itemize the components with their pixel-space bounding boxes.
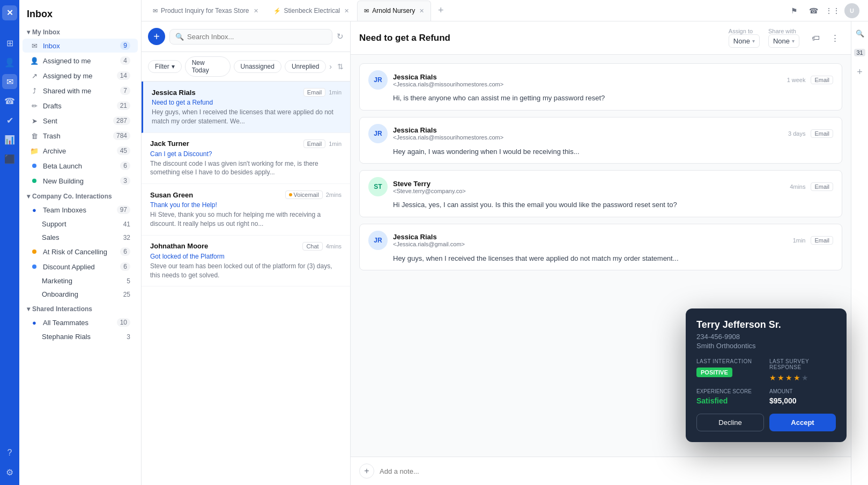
home-nav-icon[interactable]: ⊞: [2, 35, 17, 50]
voicemail-dot-icon: [289, 193, 292, 196]
filter-chevron-icon: ▾: [172, 63, 175, 70]
search-input[interactable]: [187, 33, 327, 41]
add-right-icon[interactable]: +: [852, 64, 867, 79]
help-nav-icon[interactable]: ?: [2, 445, 17, 460]
badge-count: 31: [854, 49, 865, 56]
tab-close-product[interactable]: ✕: [254, 8, 258, 14]
sidebar-item-support[interactable]: Support 41: [23, 218, 138, 230]
accept-button[interactable]: Accept: [769, 414, 836, 431]
filter-button[interactable]: Filter ▾: [148, 60, 182, 73]
more-options-icon[interactable]: ⋮: [827, 31, 842, 46]
message-channel-badge: Email: [811, 236, 833, 245]
conversation-item[interactable]: Jack Turner Email 1min Can I get a Disco…: [142, 133, 350, 185]
at-risk-count: 6: [120, 247, 130, 256]
add-attachment-button[interactable]: +: [359, 464, 374, 479]
conversation-header-icons: 🏷 ⋮: [808, 31, 842, 46]
tab-product-inquiry[interactable]: ✉ Product Inquiry for Texas Store ✕: [146, 1, 265, 21]
sidebar-item-at-risk[interactable]: At Risk of Cancelling 6: [23, 245, 138, 259]
phone-top-icon[interactable]: ☎: [806, 3, 821, 18]
message-channel-badge: Email: [811, 182, 833, 191]
flag-icon[interactable]: ⚑: [787, 3, 802, 18]
message-channel-badge: Email: [811, 76, 833, 84]
shared-interactions-section[interactable]: ▾ Shared Interactions: [19, 301, 141, 315]
tab-close-arnold[interactable]: ✕: [419, 8, 424, 14]
inbox-label: Inbox: [43, 42, 116, 50]
logo-icon[interactable]: ✕: [2, 5, 17, 20]
assign-to-dropdown[interactable]: None ▾: [729, 34, 760, 48]
my-inbox-section[interactable]: ▾ My Inbox: [19, 24, 141, 38]
sidebar-item-sales[interactable]: Sales 32: [23, 231, 138, 244]
conv-preview: Hey guys, when I received the licenses t…: [152, 108, 342, 126]
conversation-item[interactable]: Susan Green Voicemail 2mins Thank you fo…: [142, 184, 350, 236]
message-body: Hey again, I was wondering when I would …: [368, 146, 833, 157]
conv-preview: The discount code I was given isn't work…: [150, 159, 342, 178]
tab-unreplied[interactable]: Unreplied: [285, 60, 326, 73]
tasks-nav-icon[interactable]: ✔: [2, 113, 17, 128]
shared-interactions-label: Shared Interactions: [32, 305, 92, 313]
card-action-buttons: Decline Accept: [696, 414, 836, 431]
new-building-tag-icon: [30, 179, 39, 183]
sidebar-item-discount-applied[interactable]: Discount Applied 6: [23, 260, 138, 274]
phone-nav-icon[interactable]: ☎: [2, 93, 17, 108]
sidebar-item-archive[interactable]: 📁 Archive 45: [23, 144, 138, 158]
sidebar-item-shared-with-me[interactable]: ⤴ Shared with me 7: [23, 84, 138, 98]
tab-arnold[interactable]: ✉ Arnold Nursery ✕: [357, 1, 431, 21]
sidebar-item-stephanie[interactable]: Stephanie Rials 3: [23, 330, 138, 343]
search-icon: 🔍: [175, 33, 184, 41]
sort-icon[interactable]: ⇅: [337, 62, 344, 71]
contact-phone: 234-456-9908: [696, 333, 836, 341]
assigned-by-me-count: 14: [117, 71, 130, 80]
contact-company: Smith Orthodontics: [696, 342, 836, 350]
notification-right-icon[interactable]: 31: [852, 45, 867, 60]
contacts-nav-icon[interactable]: 👤: [2, 55, 17, 70]
chevron-down-icon: ▾: [27, 28, 30, 36]
tag-icon[interactable]: 🏷: [808, 31, 823, 46]
sender-info: Jessica Rials <Jessica.rials@gmail.com>: [393, 233, 788, 247]
shared-icon: ⤴: [30, 87, 39, 95]
decline-button[interactable]: Decline: [696, 414, 764, 431]
sidebar-item-team-inboxes[interactable]: ● Team Inboxes 97: [23, 203, 138, 217]
compose-button[interactable]: +: [148, 28, 165, 45]
search-right-icon[interactable]: 🔍: [852, 26, 867, 41]
tab-label-stienbeck: Stienbeck Electrical: [284, 7, 340, 14]
sidebar-item-assigned-by-me[interactable]: ↗ Assigned by me 14: [23, 69, 138, 83]
tab-new-today[interactable]: New Today: [185, 56, 231, 77]
sidebar-item-sent[interactable]: ➤ Sent 287: [23, 114, 138, 128]
sidebar-item-new-building[interactable]: New Building 3: [23, 174, 138, 188]
grid-top-icon[interactable]: ⋮⋮: [825, 3, 840, 18]
tab-close-stienbeck[interactable]: ✕: [344, 8, 349, 14]
sidebar-item-all-teammates[interactable]: ● All Teammates 10: [23, 315, 138, 329]
refresh-button[interactable]: ↻: [337, 32, 344, 41]
filter-label: Filter: [155, 63, 169, 70]
sidebar-item-trash[interactable]: 🗑 Trash 784: [23, 129, 138, 143]
sidebar-item-marketing[interactable]: Marketing 5: [23, 275, 138, 287]
sender-name: Steve Terry: [393, 180, 784, 188]
sidebar-item-inbox[interactable]: ✉ Inbox 9: [23, 39, 138, 53]
tab-unassigned[interactable]: Unassigned: [234, 60, 281, 73]
last-survey-stat: LAST SURVEY RESPONSE ★ ★ ★ ★ ★: [769, 358, 836, 382]
tab-stienbeck[interactable]: ⚡ Stienbeck Electrical ✕: [266, 1, 357, 21]
reply-input[interactable]: [380, 467, 842, 475]
team-inboxes-label: Team Inboxes: [43, 206, 113, 214]
inbox-toolbar: + 🔍 ↻: [142, 21, 350, 52]
sidebar-item-onboarding[interactable]: Onboarding 25: [23, 288, 138, 300]
conv-name: Susan Green: [150, 191, 193, 199]
user-avatar[interactable]: U: [844, 3, 859, 18]
sidebar-item-assigned-to-me[interactable]: 👤 Assigned to me 4: [23, 54, 138, 68]
conversation-item[interactable]: Jessica Rials Email 1min Need to get a R…: [142, 82, 350, 133]
pills-more-icon[interactable]: ›: [329, 62, 332, 71]
sidebar-item-beta-launch[interactable]: Beta Launch 6: [23, 159, 138, 173]
sidebar-item-drafts[interactable]: ✏ Drafts 21: [23, 99, 138, 113]
all-teammates-label: All Teammates: [43, 319, 113, 327]
add-tab-button[interactable]: +: [434, 4, 447, 17]
inbox-nav-icon[interactable]: ✉: [2, 74, 17, 89]
conversation-item[interactable]: Johnathan Moore Chat 4mins Got locked of…: [142, 236, 350, 287]
stats-nav-icon[interactable]: 📊: [2, 132, 17, 147]
company-interactions-section[interactable]: ▾ Company Co. Interactions: [19, 188, 141, 202]
conv-header: Susan Green Voicemail 2mins: [150, 190, 342, 199]
apps-nav-icon[interactable]: ⬛: [2, 151, 17, 166]
settings-nav-icon[interactable]: ⚙: [2, 465, 17, 480]
conv-meta: Chat 4mins: [302, 242, 342, 251]
share-with-dropdown[interactable]: None ▾: [768, 34, 799, 48]
sender-name: Jessica Rials: [393, 73, 782, 81]
